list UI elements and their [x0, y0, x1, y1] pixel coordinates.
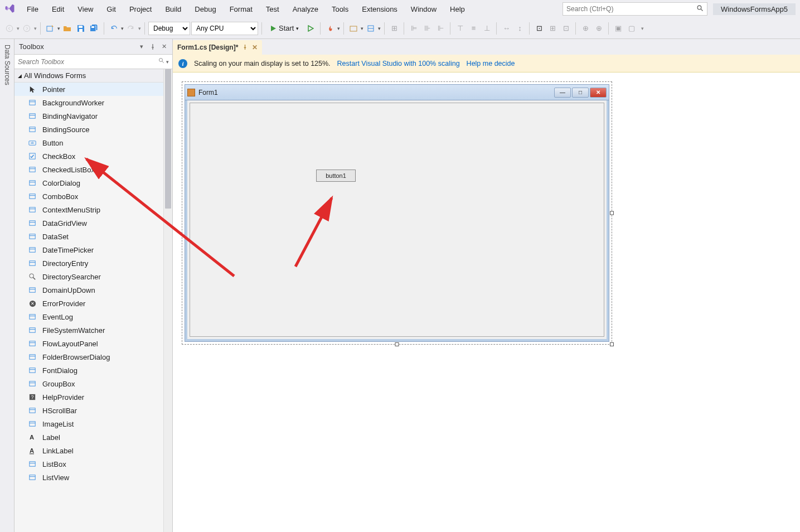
align-top-button[interactable]: ⊤ [454, 22, 466, 35]
resize-handle-corner[interactable] [610, 342, 614, 346]
menu-debug[interactable]: Debug [188, 0, 222, 18]
toolbox-item-label: CheckBox [42, 152, 75, 161]
restart-scaling-link[interactable]: Restart Visual Studio with 100% scaling [337, 60, 460, 67]
global-search-box[interactable] [563, 2, 707, 16]
center-h-button[interactable]: ⊕ [579, 22, 591, 35]
toolbox-item-hscrollbar[interactable]: HScrollBar [14, 404, 163, 417]
toolbox-item-domainupdown[interactable]: DomainUpDown [14, 283, 163, 297]
toolbox-item-button[interactable]: abButton [14, 136, 163, 149]
toolbox-item-eventlog[interactable]: EventLog [14, 310, 163, 323]
pin-icon[interactable] [243, 44, 248, 51]
close-icon[interactable]: ✕ [252, 43, 258, 51]
hspace-button[interactable]: ↔ [500, 22, 512, 35]
menu-format[interactable]: Format [223, 0, 259, 18]
menu-file[interactable]: File [20, 0, 45, 18]
vspace-button[interactable]: ↕ [513, 22, 526, 35]
toolbox-item-helpprovider[interactable]: ?HelpProvider [14, 390, 163, 404]
data-sources-vertical-tab[interactable]: Data Sources [0, 39, 14, 532]
toolbox-item-bindingsource[interactable]: BindingSource [14, 123, 163, 136]
scroll-thumb[interactable] [165, 69, 171, 209]
align-left-button[interactable]: ⊫ [408, 22, 420, 35]
project-name-label[interactable]: WindowsFormsApp5 [713, 3, 796, 15]
toolbox-item-bindingnavigator[interactable]: BindingNavigator [14, 109, 163, 123]
menu-edit[interactable]: Edit [45, 0, 71, 18]
menu-project[interactable]: Project [123, 0, 158, 18]
toolbox-item-directorysearcher[interactable]: DirectorySearcher [14, 270, 163, 283]
menu-window[interactable]: Window [404, 0, 443, 18]
toolbox-item-backgroundworker[interactable]: BackgroundWorker [14, 96, 163, 109]
start-without-debug-button[interactable] [304, 22, 317, 35]
toolbox-item-filesystemwatcher[interactable]: FileSystemWatcher [14, 323, 163, 337]
menu-git[interactable]: Git [100, 0, 123, 18]
toolbox-item-label[interactable]: ALabel [14, 431, 163, 444]
nav-forward-button[interactable] [21, 22, 33, 35]
winform-client-area[interactable]: button1 [190, 103, 604, 337]
toolbox-item-directoryentry[interactable]: DirectoryEntry [14, 257, 163, 270]
toolbox-category-all-windows-forms[interactable]: ◢ All Windows Forms [14, 69, 163, 83]
toolbox-item-datetimepicker[interactable]: DateTimePicker [14, 243, 163, 257]
toolbox-search-input[interactable] [18, 58, 158, 66]
toolbox-item-groupbox[interactable]: GroupBox [14, 377, 163, 390]
align-right-button[interactable]: ⊩ [434, 22, 447, 35]
undo-button[interactable] [108, 22, 120, 35]
toolbox-item-listbox[interactable]: ListBox [14, 457, 163, 471]
save-all-button[interactable] [88, 22, 100, 35]
menu-help[interactable]: Help [443, 0, 472, 18]
new-project-button[interactable] [44, 22, 56, 35]
document-tab-form1[interactable]: Form1.cs [Design]* ✕ [173, 40, 262, 55]
open-file-button[interactable] [61, 22, 74, 35]
menu-view[interactable]: View [71, 0, 100, 18]
toolbar-btn-x1[interactable]: ⊞ [546, 22, 559, 35]
hot-reload-button[interactable] [324, 22, 336, 35]
toolbox-item-flowlayoutpanel[interactable]: FlowLayoutPanel [14, 337, 163, 350]
toolbox-item-contextmenustrip[interactable]: ContextMenuStrip [14, 203, 163, 216]
platform-select[interactable]: Any CPU [191, 22, 258, 35]
send-back-button[interactable]: ▢ [626, 22, 638, 35]
center-v-button[interactable]: ⊕ [593, 22, 605, 35]
toolbox-item-dataset[interactable]: DataSet [14, 230, 163, 243]
menu-analyze[interactable]: Analyze [286, 0, 325, 18]
global-search-input[interactable] [566, 5, 697, 13]
toolbox-item-errorprovider[interactable]: ✕ErrorProvider [14, 297, 163, 310]
form-selection-frame[interactable]: Form1 — □ ✕ button1 [182, 81, 612, 345]
toolbox-item-colordialog[interactable]: ColorDialog [14, 176, 163, 190]
toolbox-item-checkedlistbox[interactable]: CheckedListBox [14, 163, 163, 176]
toolbox-item-fontdialog[interactable]: FontDialog [14, 364, 163, 377]
configuration-select[interactable]: Debug [148, 22, 190, 35]
toolbox-item-checkbox[interactable]: CheckBox [14, 149, 163, 163]
help-me-decide-link[interactable]: Help me decide [467, 60, 515, 67]
nav-back-button[interactable] [3, 22, 16, 35]
toolbox-item-imagelist[interactable]: ImageList [14, 417, 163, 431]
toolbar-btn-3[interactable]: ⊞ [388, 22, 400, 35]
menu-tools[interactable]: Tools [325, 0, 355, 18]
toolbar-btn-x2[interactable]: ⊡ [560, 22, 572, 35]
pin-icon[interactable] [149, 43, 157, 51]
toolbar-btn-1[interactable] [347, 22, 360, 35]
panel-dropdown-icon[interactable]: ▾ [138, 43, 146, 51]
toolbar-btn-2[interactable] [365, 22, 377, 35]
toolbox-item-combobox[interactable]: ComboBox [14, 190, 163, 203]
resize-handle-bottom[interactable] [395, 342, 399, 346]
design-button1[interactable]: button1 [316, 170, 356, 182]
bring-front-button[interactable]: ▣ [612, 22, 624, 35]
toolbox-item-folderbrowserdialog[interactable]: FolderBrowserDialog [14, 350, 163, 364]
toolbox-item-pointer[interactable]: Pointer [14, 83, 163, 96]
toolbox-item-datagridview[interactable]: DataGridView [14, 216, 163, 230]
align-middle-button[interactable]: ≡ [467, 22, 479, 35]
resize-handle-right[interactable] [610, 211, 614, 215]
close-icon[interactable]: ✕ [160, 43, 168, 51]
toolbox-item-linklabel[interactable]: ALinkLabel [14, 444, 163, 457]
align-bottom-button[interactable]: ⊥ [481, 22, 493, 35]
menu-extensions[interactable]: Extensions [355, 0, 404, 18]
toolbox-item-listview[interactable]: ListView [14, 471, 163, 484]
save-button[interactable] [75, 22, 87, 35]
toolbox-search-box[interactable]: ▾ [14, 55, 172, 69]
menu-build[interactable]: Build [158, 0, 188, 18]
start-debug-button[interactable]: Start ▾ [265, 22, 303, 35]
align-center-button[interactable]: ⊪ [421, 22, 433, 35]
size-to-grid-button[interactable]: ⊡ [533, 22, 545, 35]
redo-button[interactable] [125, 22, 137, 35]
form-designer-canvas[interactable]: Form1 — □ ✕ button1 [173, 72, 800, 532]
toolbox-scrollbar[interactable] [163, 69, 172, 532]
menu-test[interactable]: Test [259, 0, 286, 18]
